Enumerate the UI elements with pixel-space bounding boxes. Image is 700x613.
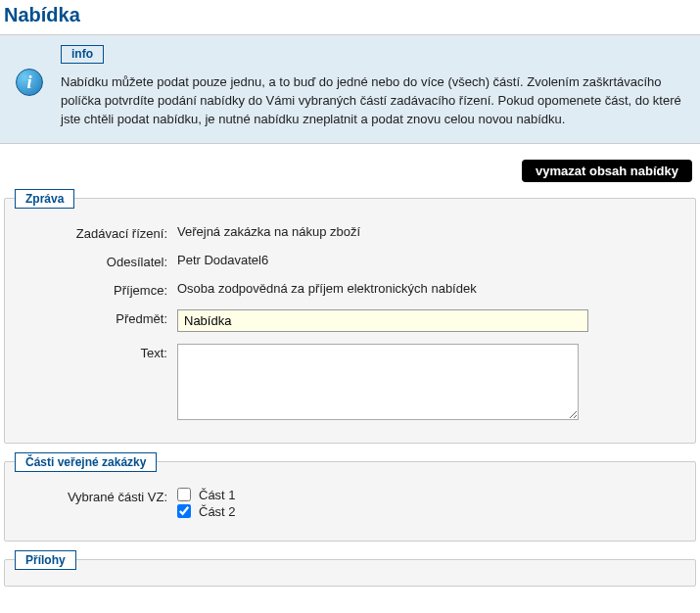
info-badge: info <box>61 45 104 64</box>
label-text: Text: <box>21 344 177 360</box>
row-subject: Předmět: <box>5 304 695 338</box>
text-textarea[interactable] <box>177 344 579 420</box>
label-parts: Vybrané části VZ: <box>21 488 177 504</box>
value-recipient: Osoba zodpovědná za příjem elektronickýc… <box>177 281 679 296</box>
info-panel: i info Nabídku můžete podat pouze jednu,… <box>0 34 700 144</box>
attachments-legend: Přílohy <box>15 550 76 570</box>
part-item-1: Část 1 <box>177 488 679 502</box>
value-sender: Petr Dodavatel6 <box>177 253 679 267</box>
info-text: Nabídku můžete podat pouze jednu, a to b… <box>61 73 688 129</box>
message-legend: Zpráva <box>15 189 74 209</box>
part-item-2: Část 2 <box>177 504 679 519</box>
page-title: Nabídka <box>0 0 700 34</box>
info-icon: i <box>16 69 43 96</box>
row-sender: Odesílatel: Petr Dodavatel6 <box>5 247 695 275</box>
clear-content-button[interactable]: vymazat obsah nabídky <box>522 160 692 182</box>
value-subject-wrap <box>177 309 679 332</box>
action-row: vymazat obsah nabídky <box>0 144 700 194</box>
row-text: Text: <box>5 338 695 429</box>
attachments-fieldset: Přílohy <box>4 559 696 587</box>
part-label-1: Část 1 <box>199 488 236 502</box>
value-procedure: Veřejná zakázka na nákup zboží <box>177 224 679 239</box>
message-fieldset: Zpráva Zadávací řízení: Veřejná zakázka … <box>4 198 696 444</box>
label-subject: Předmět: <box>21 309 177 326</box>
parts-legend: Části veřejné zakázky <box>15 452 157 472</box>
parts-list: Část 1 Část 2 <box>177 488 679 521</box>
part-checkbox-2[interactable] <box>177 504 191 518</box>
label-recipient: Příjemce: <box>21 281 177 298</box>
info-body: info Nabídku můžete podat pouze jednu, a… <box>61 45 688 129</box>
subject-input[interactable] <box>177 309 588 332</box>
label-sender: Odesílatel: <box>21 253 177 269</box>
value-text-wrap <box>177 344 679 423</box>
label-procedure: Zadávací řízení: <box>21 224 177 241</box>
part-checkbox-1[interactable] <box>177 488 191 501</box>
row-parts: Vybrané části VZ: Část 1 Část 2 <box>5 482 695 527</box>
info-icon-wrap: i <box>12 45 47 129</box>
part-label-2: Část 2 <box>199 504 236 519</box>
parts-fieldset: Části veřejné zakázky Vybrané části VZ: … <box>4 461 696 542</box>
row-procedure: Zadávací řízení: Veřejná zakázka na náku… <box>5 218 695 247</box>
row-recipient: Příjemce: Osoba zodpovědná za příjem ele… <box>5 275 695 304</box>
